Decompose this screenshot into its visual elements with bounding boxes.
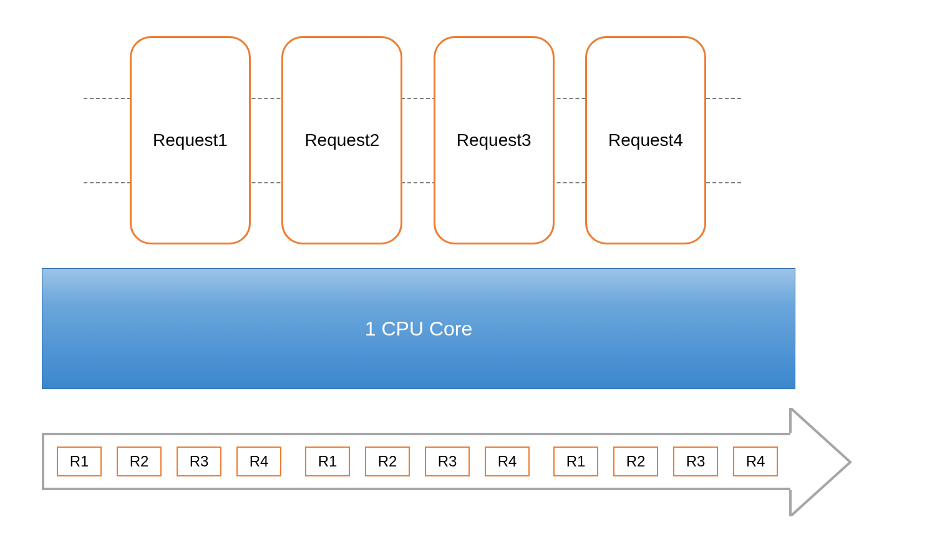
timeline-slice: R4: [485, 447, 530, 476]
timeline-slice: R1: [57, 447, 102, 476]
timeline-arrow: R1 R2 R3 R4 R1 R2 R3 R4 R1 R2 R3 R4: [42, 408, 853, 516]
request-label-1: Request1: [153, 130, 228, 150]
timeline-group-3: R1 R2 R3 R4: [553, 447, 778, 476]
timeline-slice: R2: [613, 447, 658, 476]
timeline-slice: R1: [305, 447, 350, 476]
timeline-slice: R2: [117, 447, 162, 476]
diagram-canvas: Request1 Request2 Request3 Request4 1 CP…: [0, 0, 937, 560]
timeline-slice: R3: [425, 447, 470, 476]
cpu-bar: 1 CPU Core: [42, 268, 795, 389]
request-box-4: Request4: [585, 36, 706, 244]
timeline-slice: R3: [177, 447, 221, 476]
timeline-group-2: R1 R2 R3 R4: [305, 447, 530, 476]
timeline-slice: R2: [365, 447, 410, 476]
request-box-2: Request2: [281, 36, 402, 244]
request-label-2: Request2: [304, 130, 379, 150]
request-box-3: Request3: [434, 36, 555, 244]
request-box-1: Request1: [130, 36, 251, 244]
request-label-4: Request4: [608, 130, 683, 150]
timeline-slice: R1: [553, 447, 598, 476]
request-label-3: Request3: [457, 130, 532, 150]
timeline-shaft: R1 R2 R3 R4 R1 R2 R3 R4 R1 R2 R3 R4: [42, 433, 790, 490]
timeline-slice: R4: [236, 447, 281, 476]
timeline-gap: [530, 461, 553, 462]
timeline-gap: [281, 461, 305, 462]
cpu-label: 1 CPU Core: [365, 317, 473, 340]
timeline-group-1: R1 R2 R3 R4: [57, 447, 281, 476]
request-row: Request1 Request2 Request3 Request4: [130, 36, 706, 244]
timeline-slice: R4: [733, 447, 778, 476]
timeline-slice: R3: [673, 447, 718, 476]
